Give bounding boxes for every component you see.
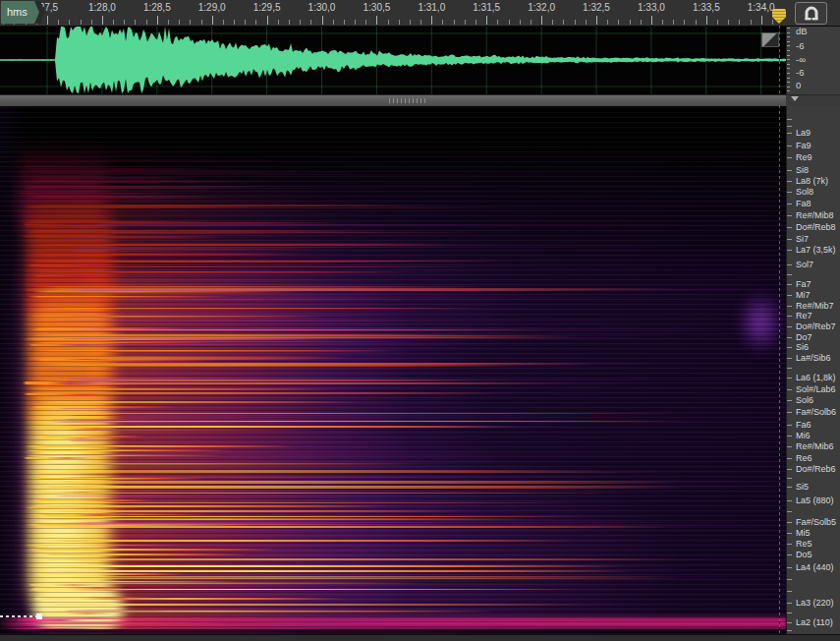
spectrogram-scanline-texture <box>0 105 786 634</box>
db-ruler-label: -6 <box>796 67 804 78</box>
timeline-label: 1:29,0 <box>185 2 240 13</box>
timeline-label: 1:31,0 <box>404 2 459 13</box>
timeline-major-tick <box>486 16 487 25</box>
timeline-minor-tick <box>563 20 564 25</box>
db-ruler-tick <box>787 50 790 51</box>
timeline-minor-tick <box>399 20 400 25</box>
note-ruler-tick <box>787 192 792 193</box>
timeline-major-tick <box>102 16 103 25</box>
frequency-note-ruler[interactable]: La9Fa9Re9Si8La8 (7k)Sol8Fa8Re#/Mib8Do#/R… <box>786 105 840 634</box>
timeline-label: 1:31,5 <box>459 2 514 13</box>
db-ruler-tick <box>787 32 790 33</box>
timeline-minor-tick <box>201 20 202 25</box>
panel-corner-icon[interactable] <box>761 32 779 47</box>
note-ruler-tick <box>787 554 792 555</box>
timeline-major-tick <box>761 16 762 25</box>
timeline-minor-tick <box>696 20 697 25</box>
timeline-minor-tick <box>255 20 256 25</box>
timeline-minor-tick <box>365 20 366 25</box>
timeline-minor-tick <box>223 20 224 25</box>
timeline-minor-tick <box>146 20 147 25</box>
note-ruler-label: Mi7 <box>796 290 811 300</box>
timeline-minor-tick <box>662 20 663 25</box>
timeline-minor-tick <box>179 20 180 25</box>
note-ruler-tick <box>787 250 792 251</box>
note-ruler-label: Sol6 <box>796 395 813 405</box>
note-ruler-label: Re#/Mib6 <box>796 441 834 451</box>
db-ruler-tick <box>787 28 790 29</box>
timeline-minor-tick <box>81 20 82 25</box>
timeline-minor-tick <box>135 20 136 25</box>
note-ruler-tick <box>787 544 792 545</box>
snap-toggle-button[interactable] <box>795 2 827 25</box>
timeline-minor-tick <box>168 20 169 25</box>
db-ruler-tick <box>787 41 790 42</box>
note-ruler-tick <box>787 469 792 470</box>
db-ruler-tick <box>787 82 790 83</box>
timeline-minor-tick <box>442 20 443 25</box>
timeline-minor-tick <box>684 20 685 25</box>
spectrogram-panel[interactable] <box>0 105 786 634</box>
note-ruler-label: La8 (7k) <box>796 176 828 186</box>
timeline-ruler[interactable]: :27,51:28,01:28,51:29,01:29,51:30,01:30,… <box>0 0 840 27</box>
db-ruler-tick <box>787 64 790 65</box>
panel-splitter[interactable] <box>0 94 786 106</box>
timeline-major-tick <box>596 16 597 25</box>
splitter-grip-icon <box>389 98 426 103</box>
timeline-major-tick <box>157 16 158 25</box>
note-ruler-label: Re6 <box>796 453 812 463</box>
note-ruler-tick <box>787 412 792 413</box>
db-ruler-tick <box>787 90 790 91</box>
note-ruler-tick <box>787 306 792 307</box>
timeline-minor-tick <box>344 20 345 25</box>
note-ruler-label: La4 (440) <box>796 562 834 572</box>
note-ruler-label: Fa#/Solb6 <box>796 407 836 417</box>
playhead-line[interactable] <box>779 105 780 634</box>
note-ruler-label: Do7 <box>796 332 812 342</box>
note-ruler-label: Re5 <box>796 539 812 549</box>
note-ruler-tick <box>787 425 792 426</box>
timeline-minor-tick <box>355 20 356 25</box>
timeline-minor-tick <box>641 20 642 25</box>
timeline-label: 1:32,5 <box>569 2 624 13</box>
selection-dash-marker <box>0 615 37 617</box>
bottom-scrollbar[interactable] <box>0 634 840 641</box>
note-ruler-label: Do#/Reb8 <box>796 222 836 232</box>
note-ruler-label: Si6 <box>796 342 809 352</box>
note-ruler-tick <box>787 522 792 523</box>
spectral-audio-editor: :27,51:28,01:28,51:29,01:29,51:30,01:30,… <box>0 0 840 641</box>
note-ruler-label: Fa#/Solb5 <box>796 517 836 527</box>
time-format-selector[interactable]: hms <box>1 1 40 24</box>
note-ruler-label: Sol8 <box>796 187 813 197</box>
timeline-major-tick <box>376 16 377 25</box>
note-ruler-tick <box>787 326 792 327</box>
db-ruler-tick <box>787 55 790 56</box>
note-ruler-label: Si7 <box>796 234 809 244</box>
note-ruler-tick <box>787 215 792 216</box>
playhead-line[interactable] <box>779 26 780 94</box>
note-ruler-tick <box>787 622 792 623</box>
note-ruler-tick <box>787 239 792 240</box>
note-ruler-tick <box>787 126 792 127</box>
timeline-minor-tick <box>465 20 466 25</box>
timeline-label: 1:29,5 <box>240 2 295 13</box>
db-ruler-tick <box>787 36 790 37</box>
timeline-minor-tick <box>531 20 532 25</box>
waveform-panel[interactable] <box>0 26 786 94</box>
timeline-minor-tick <box>728 20 729 25</box>
chevron-down-icon[interactable] <box>791 96 799 101</box>
timeline-minor-tick <box>300 20 301 25</box>
amplitude-ruler[interactable]: dB-6-∞-60 <box>786 26 840 94</box>
timeline-minor-tick <box>751 20 752 25</box>
note-ruler-tick <box>787 533 792 534</box>
timeline-minor-tick <box>497 20 498 25</box>
note-ruler-label: Re7 <box>796 311 812 320</box>
db-ruler-label: 0 <box>796 80 801 90</box>
db-ruler-tick <box>787 45 790 46</box>
note-ruler-tick <box>787 487 792 488</box>
timeline-minor-tick <box>190 20 191 25</box>
timeline-ticks: :27,51:28,01:28,51:29,01:29,51:30,01:30,… <box>0 0 786 26</box>
note-ruler-tick <box>787 347 792 348</box>
note-ruler-label: La2 (110) <box>796 617 833 627</box>
timeline-minor-tick <box>58 20 59 25</box>
